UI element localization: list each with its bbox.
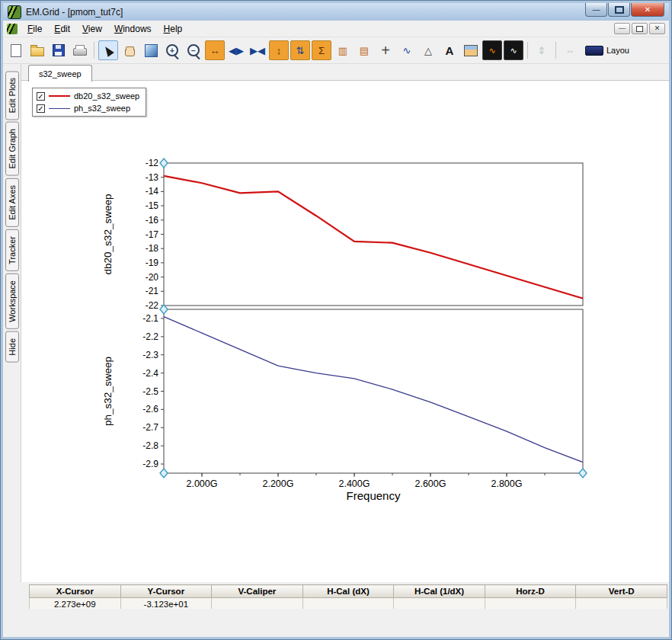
- maximize-button[interactable]: [608, 3, 630, 17]
- minimize-button[interactable]: —: [585, 3, 607, 17]
- legend-line-sample: [49, 95, 70, 97]
- cursor-col-header: Vert-D: [576, 585, 667, 598]
- legend-checkbox[interactable]: ✓: [37, 104, 45, 113]
- zoom-out-icon[interactable]: −: [184, 40, 203, 60]
- x-tick-label: 2.000G: [186, 478, 217, 489]
- cursor-table-bar: X-CursorY-CursorV-CaliperH-Cal (dX)H-Cal…: [3, 582, 669, 610]
- table-rows-icon[interactable]: ▤: [354, 40, 374, 60]
- y-tick-label: -21: [146, 286, 159, 296]
- new-document-icon-shape: [11, 44, 21, 57]
- zoom-window-icon[interactable]: [141, 40, 161, 60]
- layout-button[interactable]: Layou: [581, 40, 633, 60]
- slope-marker-icon[interactable]: △: [418, 40, 438, 60]
- scroll-x-icon[interactable]: ◀▶: [226, 40, 246, 60]
- maximize-glyph: [615, 6, 624, 14]
- sidebar-tab-workspace[interactable]: Workspace: [5, 274, 19, 329]
- cursor-col-header: X-Cursor: [30, 585, 121, 598]
- sidebar-tab-edit-graph[interactable]: Edit Graph: [5, 122, 19, 176]
- table-columns-icon[interactable]: ▥: [333, 40, 353, 60]
- cursor-diamond-handle[interactable]: [160, 305, 168, 314]
- sidebar-tab-edit-plots[interactable]: Edit Plots: [5, 71, 19, 120]
- open-folder-icon[interactable]: [27, 40, 47, 60]
- image-icon[interactable]: [461, 40, 481, 60]
- menu-items: FileEditViewWindowsHelp: [21, 22, 188, 36]
- y-tick-label: -20: [146, 272, 159, 283]
- legend-label: db20_s32_sweep: [74, 91, 139, 101]
- pan-hand-icon-shape: [125, 49, 135, 56]
- mdi-child-icon[interactable]: [7, 24, 18, 34]
- y-tick-label: -2.9: [142, 459, 158, 469]
- menu-bar: FileEditViewWindowsHelp —✕: [3, 21, 669, 37]
- menu-view[interactable]: View: [76, 22, 108, 36]
- cursor-col-header: V-Caliper: [212, 585, 303, 598]
- new-document-icon[interactable]: [6, 40, 26, 60]
- x-tick-label: 2.800G: [491, 478, 522, 489]
- menu-file[interactable]: File: [21, 22, 48, 36]
- y-tick-label: -2.7: [142, 422, 158, 433]
- legend-row: ✓ph_s32_sweep: [37, 104, 142, 113]
- menu-help[interactable]: Help: [158, 22, 189, 36]
- compress-x-icon[interactable]: ▶◀: [248, 40, 267, 60]
- mdi-close-button[interactable]: ✕: [649, 23, 665, 34]
- legend-line-sample: [49, 108, 70, 109]
- zoom-in-icon[interactable]: +: [162, 40, 182, 60]
- fft-window1-icon[interactable]: ∿: [482, 40, 502, 60]
- y-tick-label: -12: [146, 158, 159, 168]
- legend-box: ✓db20_s32_sweep✓ph_s32_sweep: [32, 88, 146, 117]
- fit-horizontal-disabled-icon: ⇔: [560, 40, 580, 60]
- fft-window2-icon[interactable]: ∿: [504, 40, 523, 60]
- add-marker-icon[interactable]: +: [376, 40, 395, 60]
- mdi-window-controls: —✕: [614, 23, 665, 34]
- y-tick-label: -2.8: [142, 440, 158, 451]
- sidebar-tab-edit-axes[interactable]: Edit Axes: [5, 178, 19, 227]
- plot-svg: -12-13-14-15-16-17-18-19-20-21-22db20_s3…: [21, 64, 669, 582]
- y-tick-label: -2.3: [142, 350, 158, 360]
- close-button[interactable]: ✕: [631, 3, 664, 17]
- select-arrow-icon-shape: [102, 44, 114, 56]
- y-tick-label: -16: [146, 215, 159, 226]
- tab-s32-sweep[interactable]: s32_sweep: [28, 65, 92, 82]
- select-arrow-icon[interactable]: [98, 40, 118, 60]
- mdi-minimize-button[interactable]: —: [614, 23, 630, 34]
- y-tick-label: -2.6: [142, 404, 158, 414]
- expand-y-icon[interactable]: ↕: [269, 40, 289, 60]
- y-tick-label: -15: [146, 200, 159, 211]
- legend-checkbox[interactable]: ✓: [37, 92, 45, 101]
- sidebar-tab-hide[interactable]: Hide: [5, 331, 19, 363]
- series-db20_s32_sweep[interactable]: [164, 176, 583, 299]
- toolbar-separator: [555, 42, 556, 59]
- cursor-diamond-handle[interactable]: [160, 469, 168, 478]
- series-ph_s32_sweep[interactable]: [164, 317, 583, 462]
- menu-windows[interactable]: Windows: [108, 22, 158, 36]
- y-tick-label: -2.5: [142, 386, 158, 397]
- cursor-diamond-handle[interactable]: [579, 469, 587, 478]
- image-icon-shape: [464, 45, 478, 56]
- y-tick-label: -2.1: [142, 313, 158, 324]
- main-area: Edit PlotsEdit GraphEdit AxesTrackerWork…: [3, 64, 669, 582]
- text-annotation-icon[interactable]: A: [440, 40, 459, 60]
- expand-x-icon[interactable]: ↔: [205, 40, 225, 60]
- zoom-window-icon-shape: [145, 44, 158, 57]
- save-icon-shape: [53, 44, 65, 56]
- legend-label: ph_s32_sweep: [74, 104, 130, 113]
- sidebar: Edit PlotsEdit GraphEdit AxesTrackerWork…: [3, 64, 21, 582]
- save-icon[interactable]: [49, 40, 69, 60]
- mdi-restore-button[interactable]: [632, 23, 648, 34]
- scroll-y-icon[interactable]: ⇅: [290, 40, 310, 60]
- app-logo-icon: [8, 5, 21, 19]
- autoscale-sum-icon[interactable]: Σ: [312, 40, 331, 60]
- menu-edit[interactable]: Edit: [48, 22, 76, 36]
- cursor-diamond-handle[interactable]: [160, 158, 168, 168]
- x-tick-label: 2.400G: [338, 478, 370, 489]
- curve-marker-icon[interactable]: ∿: [397, 40, 417, 60]
- title-bar[interactable]: EM.Grid - [pmom_tut7c] —✕: [3, 3, 669, 21]
- cursor-col-header: Horz-D: [485, 585, 576, 598]
- pan-hand-icon[interactable]: [120, 40, 139, 60]
- cursor-col-header: H-Cal (1/dX): [394, 585, 485, 598]
- sidebar-tab-tracker[interactable]: Tracker: [5, 229, 19, 271]
- toolbar-separator: [527, 42, 528, 59]
- print-icon[interactable]: [70, 40, 90, 60]
- x-axis-title: Frequency: [347, 489, 401, 502]
- layout-swatch-icon: [585, 46, 603, 56]
- toolbar: +−↔◀▶▶◀↕⇅Σ▥▤+∿△A∿∿⇕⇔Layou: [3, 37, 669, 64]
